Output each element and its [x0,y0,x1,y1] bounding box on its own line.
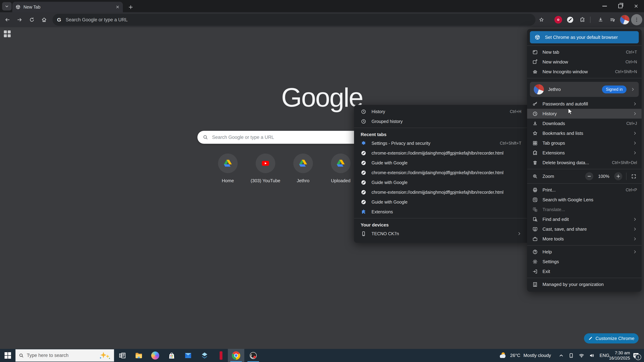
device-tray-icon[interactable] [568,353,574,358]
submenu-item-guide-with-google[interactable]: Guide with Google [354,197,527,207]
menu-item-google-lens[interactable]: Search with Google Lens [527,195,642,205]
menu-item-help[interactable]: Help [527,247,642,257]
store-bag-icon [168,352,176,360]
minimize-button[interactable] [597,0,612,12]
volume-icon[interactable] [589,353,595,359]
extension-red-icon[interactable] [553,12,564,27]
shortcut-label: Jethro [287,178,319,183]
menu-item-delete-browsing-data[interactable]: Delete browsing data... Ctrl+Shift+Del [527,158,642,168]
menu-item-new-incognito-window[interactable]: New Incognito window Ctrl+Shift+N [527,67,642,77]
new-tab-button[interactable] [127,3,135,11]
submenu-item-recorder-url[interactable]: chrome-extension://odinmijjdainghmojdffg… [354,148,527,158]
menu-item-cast-save-share[interactable]: Cast, save, and share [527,224,642,234]
submenu-item-label: TECNO CK7n [372,231,512,236]
shortcut-uploaded[interactable]: Uploaded [325,154,356,183]
tab-search-button[interactable] [2,2,12,10]
menu-item-label: Passwords and autofill [542,101,628,107]
network-wifi-icon[interactable] [578,353,584,359]
shortcut-youtube[interactable]: (303) YouTube [250,154,281,183]
submenu-item-history[interactable]: History Ctrl+H [354,107,527,116]
menu-item-passwords-autofill[interactable]: Passwords and autofill [527,99,642,109]
chevron-right-icon [631,87,635,91]
weather-widget[interactable]: 26°C Mostly cloudy [498,349,551,362]
obs-taskbar-button[interactable] [245,349,262,362]
zoom-out-button[interactable] [585,172,593,180]
menu-item-history[interactable]: History [527,109,642,119]
minimize-icon [602,6,607,6]
organization-icon [532,282,538,287]
reload-button[interactable] [26,12,38,27]
menu-item-settings[interactable]: Settings [527,257,642,267]
shortcut-home[interactable]: Home [212,154,244,183]
chrome-taskbar-button[interactable] [228,349,244,362]
submenu-item-label: chrome-extension://odinmijjdainghmojdffg… [372,170,521,175]
notification-center-button[interactable]: 1 [632,349,640,362]
home-button[interactable] [38,12,50,27]
tab-close-button[interactable] [116,5,120,9]
restore-button[interactable] [612,0,628,12]
start-button[interactable] [0,349,16,362]
address-bar[interactable]: G Search Google or type a URL [52,14,536,26]
menu-item-more-tools[interactable]: More tools [527,234,642,244]
submenu-item-settings-privacy[interactable]: Settings - Privacy and security Ctrl+Shi… [354,138,527,148]
mail-icon [184,352,192,360]
menu-item-print[interactable]: Print... Ctrl+P [527,185,642,195]
tray-expand-button[interactable] [558,353,564,358]
chrome-menu-button[interactable] [631,14,642,25]
submenu-item-device-tecno[interactable]: TECNO CK7n [354,229,527,239]
submenu-item-guide-with-google[interactable]: Guide with Google [354,177,527,187]
downloads-button[interactable] [595,12,606,27]
clock-date: 16/10/2025 [609,356,630,361]
weather-temp: 26°C [510,353,520,358]
key-icon [532,101,538,107]
shortcut-label: Ctrl+Shift+T [500,141,521,146]
active-tab[interactable]: New Tab [12,2,123,12]
menu-item-managed-by-organization[interactable]: Managed by your organization [527,280,642,289]
back-button[interactable] [2,12,13,27]
bookmark-star-button[interactable] [536,12,547,27]
drive-icon [223,159,232,168]
menu-item-downloads[interactable]: Downloads Ctrl+J [527,119,642,128]
menu-item-bookmarks-lists[interactable]: Bookmarks and lists [527,128,642,138]
microsoft-store-button[interactable] [164,349,180,362]
task-view-button[interactable] [114,349,130,362]
shortcut-jethro[interactable]: Jethro [287,154,319,183]
zoom-in-button[interactable] [614,172,622,180]
menu-item-label: New tab [542,49,622,55]
menu-item-tab-groups[interactable]: Tab groups [527,138,642,148]
media-playlist-button[interactable] [607,12,618,27]
cast-icon [532,226,538,232]
set-default-browser-button[interactable]: Set Chrome as your default browser [530,31,639,43]
defender-app-button[interactable] [196,349,213,362]
recent-tabs-header: Recent tabs [354,129,527,138]
forward-button[interactable] [14,12,25,27]
menu-item-extensions[interactable]: Extensions [527,148,642,158]
submenu-item-recorder-url[interactable]: chrome-extension://odinmijjdainghmojdffg… [354,168,527,177]
red-app-icon [220,351,222,360]
address-bar-placeholder: Search Google or type a URL [66,17,128,22]
mail-button[interactable] [180,349,196,362]
shortcut-label: Ctrl+J [626,121,637,126]
submenu-item-guide-with-google[interactable]: Guide with Google [354,158,527,168]
extensions-puzzle-button[interactable] [577,12,588,27]
menu-item-profile[interactable]: Jethro Signed in [530,82,639,97]
customize-chrome-button[interactable]: Customize Chrome [584,333,638,344]
fullscreen-icon[interactable] [630,174,637,179]
apps-grid-icon[interactable] [4,30,11,37]
submenu-item-extensions[interactable]: Extensions [354,207,527,217]
menu-item-new-window[interactable]: New window Ctrl+N [527,57,642,67]
menu-item-find-and-edit[interactable]: Find and edit [527,214,642,224]
file-explorer-button[interactable] [130,349,147,362]
copilot-button[interactable] [147,349,164,362]
menu-item-new-tab[interactable]: New tab Ctrl+T [527,47,642,57]
submenu-item-recorder-url[interactable]: chrome-extension://odinmijjdainghmojdffg… [354,187,527,197]
menu-item-exit[interactable]: Exit [527,267,642,276]
history-icon [360,109,367,114]
profile-avatar-button[interactable] [619,12,630,27]
submenu-item-grouped-history[interactable]: Grouped history [354,116,527,126]
taskbar-search-box[interactable]: Type here to search [16,349,114,362]
close-button[interactable] [628,0,644,12]
clock[interactable]: 7:30 am 16/10/2025 [602,349,630,362]
red-app-button[interactable] [213,349,229,362]
extension-link-icon[interactable] [564,12,576,27]
